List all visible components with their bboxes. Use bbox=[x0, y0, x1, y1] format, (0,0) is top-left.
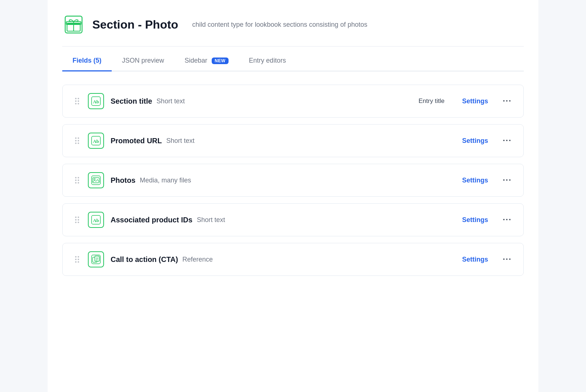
field-name: Call to action (CTA) bbox=[111, 255, 178, 264]
field-name: Section title bbox=[111, 97, 152, 106]
svg-rect-11 bbox=[93, 178, 99, 183]
settings-button[interactable]: Settings bbox=[462, 216, 488, 224]
fields-list: Ab Section title Short text Entry title … bbox=[62, 85, 524, 276]
page-title: Section - Photo bbox=[92, 18, 178, 32]
field-type-icon-ab: Ab bbox=[88, 93, 104, 109]
tab-sidebar[interactable]: Sidebar NEW bbox=[174, 50, 239, 71]
field-type-icon-media bbox=[88, 172, 104, 188]
field-type: Short text bbox=[197, 216, 225, 224]
field-row-photos: Photos Media, many files Settings ··· bbox=[62, 164, 524, 197]
svg-text:Ab: Ab bbox=[93, 218, 99, 223]
field-info: Associated product IDs Short text bbox=[111, 216, 438, 224]
sidebar-new-badge: NEW bbox=[212, 58, 229, 64]
field-meta: Entry title bbox=[419, 97, 456, 105]
field-type: Short text bbox=[156, 97, 185, 105]
settings-button[interactable]: Settings bbox=[462, 177, 488, 184]
field-name: Photos bbox=[111, 176, 136, 185]
field-info: Photos Media, many files bbox=[111, 176, 438, 185]
field-info: Section title Short text bbox=[111, 97, 412, 106]
field-type: Short text bbox=[166, 137, 194, 145]
field-row-associated-product-ids: Ab Associated product IDs Short text Set… bbox=[62, 203, 524, 236]
tab-fields[interactable]: Fields (5) bbox=[62, 50, 112, 71]
field-type-icon-ab: Ab bbox=[88, 133, 104, 149]
more-options-button[interactable]: ··· bbox=[501, 96, 513, 106]
page-header: Section - Photo child content type for l… bbox=[62, 0, 524, 47]
more-options-button[interactable]: ··· bbox=[501, 255, 513, 264]
tab-entry-editors[interactable]: Entry editors bbox=[239, 50, 296, 71]
tabs-bar: Fields (5) JSON preview Sidebar NEW Entr… bbox=[62, 47, 524, 71]
drag-handle[interactable] bbox=[73, 136, 81, 145]
field-type-icon-reference bbox=[88, 251, 104, 267]
svg-point-12 bbox=[94, 178, 95, 180]
field-type: Media, many files bbox=[140, 177, 191, 184]
field-name: Associated product IDs bbox=[111, 216, 192, 224]
field-row-section-title: Ab Section title Short text Entry title … bbox=[62, 85, 524, 118]
field-name: Promoted URL bbox=[111, 137, 162, 145]
content-type-icon bbox=[62, 13, 85, 36]
svg-text:Ab: Ab bbox=[93, 99, 99, 104]
field-row-call-to-action: Call to action (CTA) Reference Settings … bbox=[62, 243, 524, 276]
settings-button[interactable]: Settings bbox=[462, 256, 488, 263]
more-options-button[interactable]: ··· bbox=[501, 175, 513, 185]
field-info: Promoted URL Short text bbox=[111, 137, 438, 145]
svg-rect-18 bbox=[95, 256, 99, 261]
drag-handle[interactable] bbox=[73, 215, 81, 225]
drag-handle[interactable] bbox=[73, 96, 81, 106]
page-subtitle: child content type for lookbook sections… bbox=[192, 21, 367, 29]
more-options-button[interactable]: ··· bbox=[501, 215, 513, 225]
field-type-icon-ab: Ab bbox=[88, 212, 104, 228]
field-row-promoted-url: Ab Promoted URL Short text Settings ··· bbox=[62, 124, 524, 157]
svg-text:Ab: Ab bbox=[93, 138, 99, 144]
tab-json-preview[interactable]: JSON preview bbox=[112, 50, 174, 71]
drag-handle[interactable] bbox=[73, 255, 81, 264]
settings-button[interactable]: Settings bbox=[462, 97, 488, 105]
settings-button[interactable]: Settings bbox=[462, 137, 488, 145]
more-options-button[interactable]: ··· bbox=[501, 136, 513, 145]
field-info: Call to action (CTA) Reference bbox=[111, 255, 438, 264]
drag-handle[interactable] bbox=[73, 175, 81, 185]
field-type: Reference bbox=[182, 256, 213, 263]
